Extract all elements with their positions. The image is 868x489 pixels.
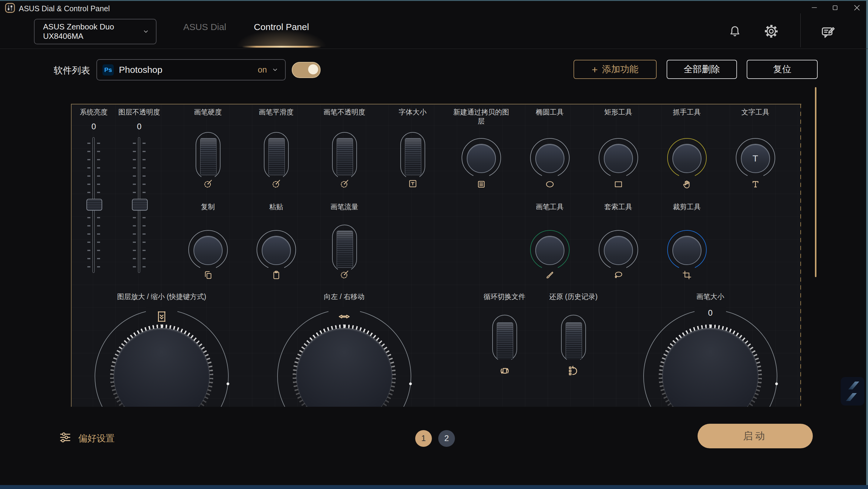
control-label: 文字工具 [721, 108, 789, 117]
wheel-roller[interactable] [497, 322, 513, 359]
knob-face[interactable] [672, 236, 702, 265]
chevron-down-icon [142, 28, 150, 35]
control-label: 向左 / 右移动 [273, 292, 415, 301]
app-logo-icon [4, 2, 16, 14]
new-layer-icon [476, 179, 487, 190]
minimize-button[interactable] [807, 2, 822, 13]
add-function-label: 添加功能 [602, 63, 639, 76]
toggle-knob [308, 64, 318, 75]
control-label: 裁剪工具 [653, 202, 721, 211]
knob-face[interactable] [193, 236, 223, 265]
control-label: 画笔不透明度 [310, 108, 378, 117]
wheel-roller[interactable] [337, 138, 353, 175]
knob-face[interactable] [672, 144, 702, 173]
text-serif-icon [750, 179, 761, 190]
feedback-icon[interactable] [820, 24, 836, 40]
chevron-down-icon [271, 66, 279, 74]
delete-all-button[interactable]: 全部删除 [666, 60, 737, 79]
knob-face[interactable] [535, 236, 564, 265]
control-label: 还原 (历史记录) [539, 292, 608, 301]
app-enabled-toggle[interactable] [292, 62, 320, 78]
control-label: 抓手工具 [653, 108, 721, 117]
panel-dashed-border [800, 104, 801, 406]
brush-circle-icon [339, 178, 350, 189]
software-list-label: 软件列表 [54, 64, 90, 77]
window-edge-bottom [0, 485, 868, 489]
text-frame-icon [407, 178, 418, 189]
history-icon [567, 364, 580, 378]
slider-handle[interactable] [87, 199, 102, 211]
slider-value: 0 [71, 122, 117, 132]
page-2-button[interactable]: 2 [438, 430, 455, 447]
layer-zoom-icon [155, 310, 168, 323]
lasso-icon [613, 269, 624, 281]
wheel-roller[interactable] [200, 138, 217, 175]
dial-value: 0 [639, 308, 781, 318]
ellipse-icon [545, 179, 555, 190]
preferences-icon [58, 430, 72, 444]
control-label: 复制 [174, 202, 242, 211]
dial-indicator-dot [775, 382, 778, 385]
control-label: 画笔工具 [516, 202, 584, 211]
bell-icon[interactable] [728, 24, 742, 38]
maximize-button[interactable] [828, 2, 842, 13]
knob-face[interactable] [604, 236, 633, 265]
control-label: 图层放大 / 缩小 (快捷键方式) [90, 292, 233, 301]
nav-separator [0, 49, 868, 49]
control-label: 套索工具 [584, 202, 652, 211]
active-tab-underline [242, 46, 321, 48]
window-edge-right [866, 0, 868, 489]
knob-face[interactable] [535, 144, 564, 173]
tab-control-panel[interactable]: Control Panel [251, 22, 312, 32]
app-window: ASUS Dial & Control Panel ASUS Zenbook D… [0, 0, 868, 489]
app-selector[interactable]: Ps Photoshop on [96, 59, 286, 81]
control-panel-canvas: 系统亮度 0 图层不透明度 0 画笔硬度 画笔平滑度 画笔不透明度 [71, 104, 801, 407]
control-label: 画笔大小 [639, 292, 781, 301]
control-label: 椭圆工具 [516, 108, 584, 117]
control-label: 循环切换文件 [470, 292, 539, 301]
screenxpert-logo-icon [841, 377, 864, 405]
control-label: 新建通过拷贝的图层 [451, 108, 512, 126]
knob-face[interactable] [604, 144, 633, 173]
brush-icon [545, 269, 555, 281]
knob-center-text: T [741, 144, 770, 173]
crop-icon [681, 269, 692, 281]
window-title: ASUS Dial & Control Panel [19, 4, 110, 13]
wheel-roller[interactable] [269, 138, 285, 175]
add-function-button[interactable]: + 添加功能 [574, 60, 657, 79]
photoshop-badge-icon: Ps [102, 64, 114, 76]
knob-face[interactable] [262, 236, 291, 265]
wheel-roller[interactable] [405, 138, 421, 175]
dial-indicator-dot [226, 382, 229, 385]
device-selector[interactable]: ASUS Zenbook Duo UX8406MA [34, 19, 156, 44]
device-selector-value: ASUS Zenbook Duo UX8406MA [43, 22, 142, 41]
cycle-file-icon [498, 364, 512, 378]
knob-face[interactable] [467, 144, 496, 173]
control-label: 画笔流量 [310, 202, 378, 211]
close-button[interactable] [849, 2, 864, 13]
control-label: 粘贴 [242, 202, 310, 211]
wheel-roller[interactable] [566, 322, 582, 359]
dial-indicator-dot [409, 382, 412, 385]
control-label: 画笔平滑度 [242, 108, 310, 117]
launch-button[interactable]: 启动 [698, 424, 813, 448]
nav-divider [800, 13, 801, 47]
control-label: 矩形工具 [584, 108, 652, 117]
wheel-roller[interactable] [337, 231, 353, 268]
control-label: 字体大小 [378, 108, 447, 117]
tab-asus-dial[interactable]: ASUS Dial [182, 22, 227, 32]
app-state: on [258, 65, 267, 75]
page-1-button[interactable]: 1 [415, 430, 432, 447]
gear-icon[interactable] [764, 24, 779, 39]
reset-button[interactable]: 复位 [747, 60, 818, 79]
control-label: 图层不透明度 [117, 108, 162, 117]
preferences-button[interactable]: 偏好设置 [78, 432, 115, 445]
vertical-scrollbar[interactable] [815, 87, 816, 277]
rectangle-icon [613, 179, 624, 190]
control-label: 系统亮度 [71, 108, 117, 117]
slider-handle[interactable] [132, 199, 148, 211]
move-lr-icon [337, 310, 351, 323]
copy-icon [203, 269, 214, 281]
brush-circle-icon [339, 269, 350, 280]
window-edge-top [0, 0, 868, 1]
